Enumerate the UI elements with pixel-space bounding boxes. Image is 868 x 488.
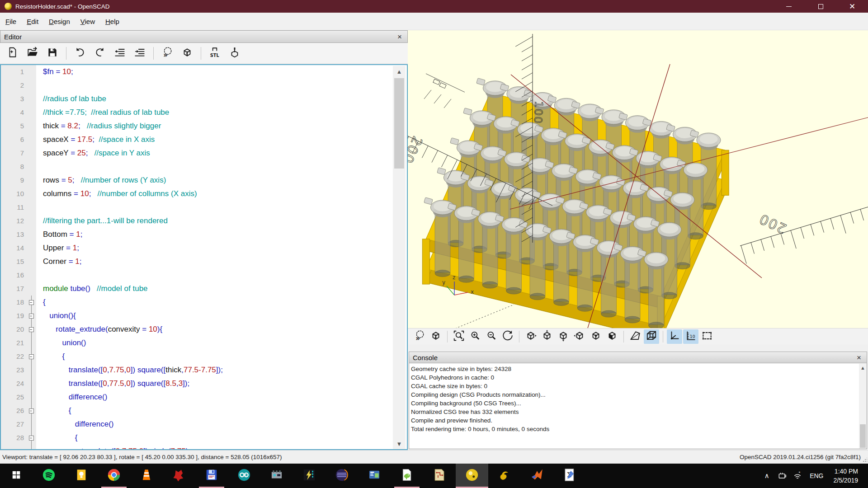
line-number: 19 (1, 309, 27, 323)
orthogonal-button[interactable] (644, 329, 659, 344)
fold-column (27, 201, 36, 214)
save-file-button[interactable] (44, 45, 61, 62)
view-back-button[interactable] (604, 329, 620, 344)
resize-grip[interactable] (863, 458, 867, 462)
taskbar-google-keep[interactable] (65, 464, 98, 488)
maximize-button[interactable] (805, 0, 836, 13)
view-right-button[interactable] (523, 329, 538, 344)
taskbar-notepad-plus-plus[interactable] (391, 464, 423, 488)
undo-button[interactable] (71, 45, 89, 62)
line-number: 29 (1, 445, 27, 450)
taskbar-clock[interactable]: 1:40 PM2/5/2019 (828, 467, 864, 485)
console-scrollbar-thumb[interactable] (860, 424, 866, 448)
taskbar-start-button[interactable] (0, 464, 33, 488)
taskbar-red-app[interactable] (163, 464, 195, 488)
open-file-button[interactable] (24, 45, 41, 62)
fold-marker-icon[interactable] (27, 431, 36, 445)
3d-scene: 200 200 100 x y z (408, 30, 868, 328)
indent-button[interactable] (131, 45, 148, 62)
fold-column (27, 282, 36, 296)
new-file-button[interactable] (4, 45, 21, 62)
code-line: 8 (1, 160, 407, 174)
taskbar-chrome[interactable] (98, 464, 130, 488)
code-line: 15Corner = 1; (1, 255, 407, 268)
menu-design[interactable]: Design (44, 16, 75, 27)
preview-button[interactable]: » (159, 45, 176, 62)
code-line: 24 translate([0,77.5,0]) square([8.5,3])… (1, 377, 407, 390)
code-line: 1$fn = 10; (1, 65, 407, 79)
fold-marker-icon[interactable] (27, 350, 36, 363)
menu-file[interactable]: File (0, 16, 21, 27)
fold-marker-icon[interactable] (27, 323, 36, 336)
code-text: translate([0,7.75,0]) circle(7.75); (36, 445, 190, 450)
taskbar-matlab[interactable] (521, 464, 553, 488)
zoom-out-button[interactable] (484, 329, 499, 344)
taskbar-eclipse[interactable] (326, 464, 358, 488)
menu-view[interactable]: View (75, 16, 100, 27)
taskbar-kicad[interactable] (423, 464, 456, 488)
svg-text:STL: STL (210, 52, 219, 57)
export-stl-button[interactable]: STL (206, 45, 223, 62)
network-icon[interactable]: * (790, 471, 805, 480)
code-line: 26 { (1, 404, 407, 418)
editor-scrollbar-thumb[interactable] (394, 78, 404, 169)
menu-help[interactable]: Help (100, 16, 124, 27)
close-button[interactable]: ✕ (836, 0, 868, 13)
unindent-button[interactable] (111, 45, 128, 62)
code-text: //radius of lab tube (36, 92, 106, 106)
language-indicator[interactable]: ENG (805, 472, 828, 479)
reset-view-button[interactable] (500, 329, 515, 344)
line-number: 10 (1, 187, 27, 201)
console-scroll-up-icon[interactable]: ▲ (859, 364, 867, 372)
view-left-button[interactable] (572, 329, 587, 344)
taskbar-openscad[interactable] (456, 464, 488, 488)
console-panel-header: Console × (409, 352, 867, 363)
taskbar-setup-tool[interactable] (293, 464, 326, 488)
taskbar-arduino[interactable] (228, 464, 260, 488)
minimize-button[interactable] (773, 0, 805, 13)
line-number: 11 (1, 201, 27, 214)
perspective-button[interactable] (627, 329, 643, 344)
render-button[interactable] (179, 45, 196, 62)
menu-edit[interactable]: Edit (22, 16, 43, 27)
fold-marker-icon[interactable] (27, 309, 36, 323)
scroll-down-icon[interactable]: ▼ (393, 438, 406, 449)
editor-scrollbar[interactable]: ▲ ▼ (393, 66, 406, 449)
taskbar-vlc[interactable] (130, 464, 163, 488)
fold-marker-icon[interactable] (27, 296, 36, 309)
line-number: 23 (1, 363, 27, 377)
view-all-button[interactable] (699, 329, 715, 344)
hidden-icons-chevron-icon[interactable]: ∧ (759, 472, 774, 480)
zoom-in-button[interactable] (467, 329, 483, 344)
console-scrollbar[interactable]: ▲ (859, 364, 867, 449)
redo-button[interactable] (91, 45, 108, 62)
code-editor[interactable]: 1$fn = 10;23//radius of lab tube4//thick… (0, 64, 408, 450)
taskbar-sigma-doc[interactable]: Σ (553, 464, 586, 488)
taskbar-spotify[interactable] (33, 464, 65, 488)
render-button[interactable] (428, 329, 443, 344)
power-plug-icon[interactable] (774, 471, 790, 480)
console-close-icon[interactable]: × (855, 354, 863, 361)
taskbar-disk-app[interactable] (195, 464, 228, 488)
taskbar-circuit-board[interactable] (260, 464, 293, 488)
zoom-all-button[interactable] (451, 329, 467, 344)
line-number: 5 (1, 119, 27, 133)
taskbar-system-utility[interactable] (358, 464, 391, 488)
show-axes-button[interactable] (667, 329, 682, 344)
console-output[interactable]: Geometry cache size in bytes: 24328CGAL … (409, 363, 867, 449)
view-front-button[interactable] (588, 329, 604, 344)
editor-close-icon[interactable]: × (396, 33, 404, 41)
scroll-up-icon[interactable]: ▲ (393, 66, 406, 77)
show-scale-button[interactable]: 10 (683, 329, 698, 344)
view-top-button[interactable] (539, 329, 555, 344)
redo-icon (94, 47, 106, 60)
fold-marker-icon[interactable] (27, 404, 36, 418)
taskbar-sketchup[interactable] (488, 464, 521, 488)
view-bottom-button[interactable] (556, 329, 571, 344)
3d-viewport[interactable]: 200 200 100 x y z (408, 30, 868, 328)
console-line: Compiling design (CSG Products normaliza… (411, 390, 867, 399)
line-number: 28 (1, 431, 27, 445)
code-line: 5thick = 8.2; //radius slightly bigger (1, 119, 407, 133)
print-3d-button[interactable] (226, 45, 243, 62)
preview-button[interactable]: » (412, 329, 427, 344)
